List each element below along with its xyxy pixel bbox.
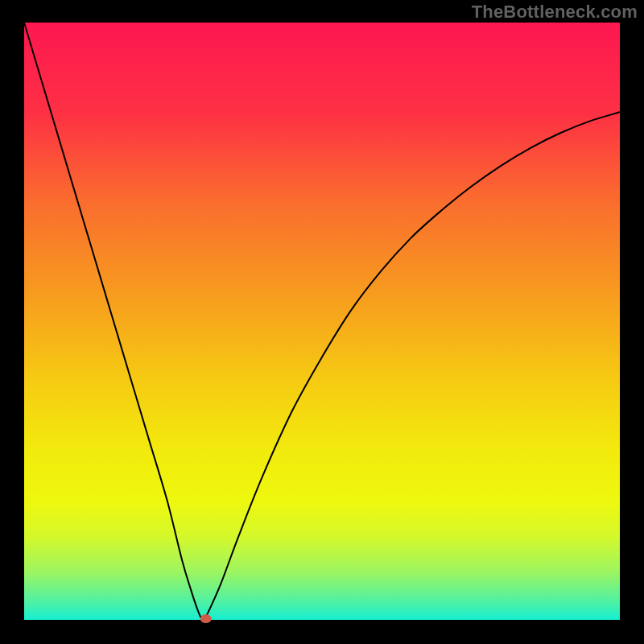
chart-svg <box>0 0 644 644</box>
chart-stage: TheBottleneck.com <box>0 0 644 644</box>
watermark-text: TheBottleneck.com <box>472 2 638 23</box>
bottleneck-marker <box>200 614 212 623</box>
